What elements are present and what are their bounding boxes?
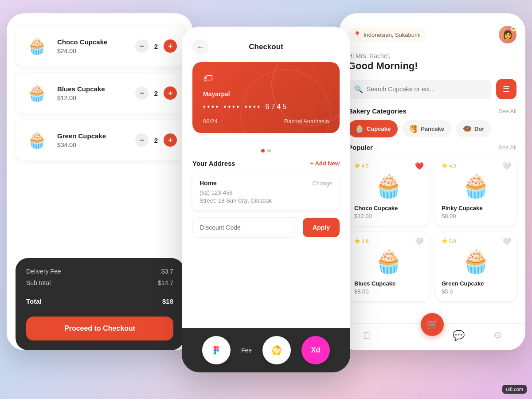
nav-settings-icon[interactable]: ⚙: [493, 330, 502, 341]
fee-text: Fee: [241, 347, 252, 354]
cart-item-2-name: Blues Cupcake: [57, 85, 129, 93]
search-bar: 🔍 ☰: [348, 79, 516, 99]
location-pin-icon: 📍: [353, 31, 361, 38]
mid-bottom-bar: Fee Xd: [182, 328, 350, 372]
search-icon: 🔍: [354, 85, 363, 94]
apply-button[interactable]: Apply: [303, 218, 340, 237]
product-card-2: 🤍 ⭐ 4.9 🧁 Pinky Cupcake $8.00: [435, 156, 516, 226]
product-4-price: $5.0: [442, 288, 510, 295]
avatar: 👩: [499, 26, 516, 43]
card-name: Mayarpal: [203, 90, 329, 98]
cart-item-2-quantity: 2: [153, 90, 159, 97]
right-header: 📍 Indonesian, Sukabumi 👩: [339, 13, 525, 51]
cart-item-1: 🧁 Choco Cupcake $24.00 − 2 +: [16, 26, 184, 66]
cart-summary: Delivery Fee $3.7 Sub total $14.7 Total …: [16, 258, 184, 350]
donut-icon: 🍩: [463, 125, 472, 133]
total-label: Total: [26, 297, 42, 305]
nav-chat-icon[interactable]: 💬: [453, 330, 465, 341]
card-dot-1[interactable]: [261, 149, 265, 153]
card-dot-2[interactable]: [267, 149, 271, 153]
categories-title: Bakery Categories: [348, 107, 407, 115]
search-input[interactable]: [367, 86, 485, 93]
filter-button[interactable]: ☰: [496, 79, 516, 99]
category-pancake[interactable]: 🥞 Pancake: [402, 120, 451, 137]
discount-input[interactable]: [192, 217, 298, 238]
cart-item-1-info: Choco Cupcake $24.00: [57, 38, 129, 55]
cart-item-2-image: 🧁: [23, 79, 51, 107]
popular-header: Populer See All: [348, 144, 516, 151]
bottom-nav-bar: 🗒 💬 ⚙ 🛒: [339, 323, 525, 350]
change-address-link[interactable]: Change: [312, 180, 332, 187]
cart-item-1-name: Choco Cupcake: [57, 38, 129, 46]
proceed-checkout-button[interactable]: Proceed to Checkout: [26, 317, 173, 340]
delivery-fee-row: Delivery Fee $3.7: [26, 268, 173, 275]
product-3-name: Blues Cupcake: [354, 280, 423, 287]
product-3-rating: ⭐ 4.8: [354, 238, 423, 244]
back-button[interactable]: ←: [192, 39, 208, 55]
cart-item-2-qty: − 2 +: [135, 86, 177, 100]
card-holder: Rachel Anathasia: [284, 118, 329, 125]
cart-item-2-plus-button[interactable]: +: [164, 86, 177, 100]
cart-item-1-plus-button[interactable]: +: [164, 39, 177, 53]
fab-cart-button[interactable]: 🛒: [421, 313, 444, 336]
product-4-image: 🧁: [442, 246, 510, 277]
card-bottom: 06/24 Rachel Anathasia: [203, 118, 329, 125]
cart-item-3-plus-button[interactable]: +: [164, 133, 177, 147]
cart-item-3-minus-button[interactable]: −: [135, 133, 149, 147]
product-1-name: Choco Cupcake: [354, 205, 423, 211]
product-3-price: $8.00: [354, 288, 423, 295]
cart-item-2-minus-button[interactable]: −: [135, 86, 149, 100]
cart-item-3: 🧁 Green Cupcake $34.00 − 2 +: [16, 120, 184, 160]
greeting-main: Good Morning!: [348, 60, 516, 72]
cart-item-3-info: Green Cupcake $34.00: [57, 132, 129, 149]
checkout-header: ← Checkout: [182, 27, 350, 62]
cupcake-icon: 🧁: [355, 125, 364, 133]
product-4-heart-button[interactable]: 🤍: [502, 237, 511, 246]
discount-section: Apply: [182, 210, 350, 245]
product-card-4: 🤍 ⭐ 5.0 🧁 Green Cupcake $5.0: [435, 232, 516, 301]
card-pagination: [182, 149, 350, 153]
product-2-rating: ⭐ 4.9: [442, 163, 510, 168]
category-donut[interactable]: 🍩 Dor: [456, 120, 491, 137]
product-3-heart-button[interactable]: 🤍: [415, 237, 424, 246]
popular-see-all[interactable]: See All: [499, 144, 516, 151]
sketch-icon: [262, 336, 291, 364]
cart-item-1-image: 🧁: [23, 32, 51, 60]
cart-item-1-price: $24.00: [57, 47, 129, 55]
cart-item-1-quantity: 2: [153, 43, 159, 50]
cart-item-3-image: 🧁: [23, 126, 51, 154]
cart-item-1-minus-button[interactable]: −: [135, 39, 149, 53]
address-section: Your Address + Add New Home Change (62) …: [182, 160, 350, 210]
categories-see-all[interactable]: See All: [499, 108, 516, 114]
product-4-name: Green Cupcake: [442, 280, 510, 287]
subtotal-label: Sub total: [26, 279, 51, 286]
product-3-image: 🧁: [354, 246, 423, 277]
greeting-hi: Hi Mrs. Rachel,: [348, 52, 516, 59]
subtotal-row: Sub total $14.7: [26, 279, 173, 286]
search-input-wrap: 🔍: [348, 80, 492, 99]
total-value: $18: [162, 297, 173, 305]
checkout-title: Checkout: [208, 43, 324, 51]
location-text: Indonesian, Sukabumi: [364, 31, 421, 38]
product-1-heart-button[interactable]: ❤️: [415, 162, 424, 170]
address-card: Home Change (62) 123-456 Street: 18 Sun …: [192, 173, 340, 210]
product-1-rating: ⭐ 4.9: [354, 163, 423, 168]
category-cupcake[interactable]: 🧁 Cupcake: [348, 120, 398, 137]
product-card-1: ❤️ ⭐ 4.9 🧁 Choco Cupcake $12.00: [348, 156, 429, 226]
left-phone: 🧁 Choco Cupcake $24.00 − 2 + 🧁 Blues Cup…: [7, 13, 193, 350]
categories-section: Bakery Categories See All 🧁 Cupcake 🥞 Pa…: [339, 107, 525, 144]
cart-item-3-qty: − 2 +: [135, 133, 177, 147]
address-street: Street: 18 Sun City, Cibadak: [200, 197, 332, 204]
cart-item-3-quantity: 2: [153, 137, 159, 144]
mid-phone: ← Checkout 🏷 Mayarpal •••• •••• •••• 674…: [182, 27, 350, 372]
add-new-link[interactable]: + Add New: [310, 160, 340, 167]
figma-icon: [202, 336, 231, 364]
product-2-heart-button[interactable]: 🤍: [502, 162, 511, 170]
delivery-fee-value: $3.7: [161, 268, 173, 275]
card-number: •••• •••• •••• 6745: [203, 103, 329, 111]
cart-list: 🧁 Choco Cupcake $24.00 − 2 + 🧁 Blues Cup…: [7, 13, 193, 350]
product-2-image: 🧁: [442, 170, 510, 201]
avatar-online-dot: [511, 27, 516, 31]
cart-item-2-price: $12.00: [57, 94, 129, 102]
nav-list-icon[interactable]: 🗒: [362, 330, 372, 341]
